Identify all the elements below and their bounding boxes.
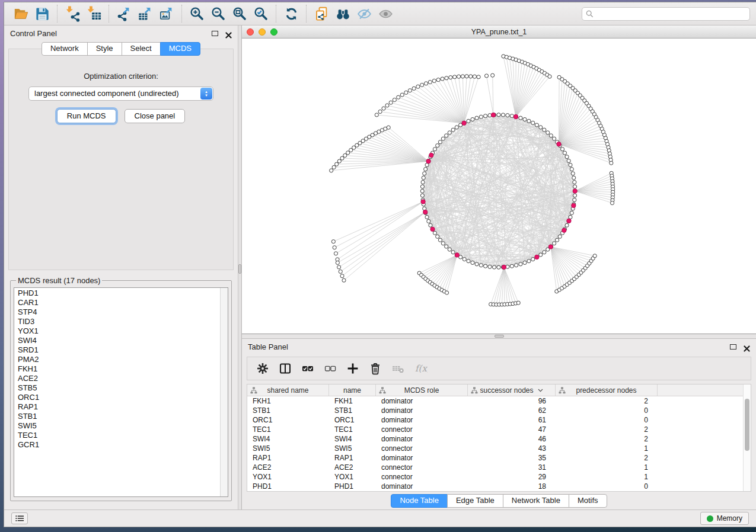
horizontal-splitter[interactable]: [242, 334, 756, 339]
table-cell[interactable]: 0: [556, 482, 658, 491]
mcds-result-item[interactable]: STB1: [18, 412, 220, 421]
toggle-visibility-button[interactable]: [353, 4, 375, 23]
table-cell[interactable]: 18: [468, 482, 556, 491]
table-cell[interactable]: SWI4: [247, 434, 329, 444]
table-cell[interactable]: dominator: [376, 434, 468, 444]
tab-style[interactable]: Style: [87, 42, 122, 56]
table-row[interactable]: ORC1ORC1dominator610: [247, 415, 743, 425]
table-cell[interactable]: 96: [468, 396, 556, 406]
table-cell[interactable]: STB1: [247, 406, 329, 415]
run-mcds-button[interactable]: Run MCDS: [57, 109, 116, 123]
table-cell[interactable]: PHD1: [329, 482, 376, 491]
close-panel-button[interactable]: Close panel: [125, 109, 186, 123]
mcds-result-item[interactable]: PHD1: [18, 289, 220, 298]
tab-mcds[interactable]: MCDS: [160, 42, 200, 56]
table-cell[interactable]: ORC1: [329, 415, 376, 425]
create-column-button[interactable]: [343, 360, 362, 377]
export-network-button[interactable]: [113, 4, 135, 23]
mcds-result-item[interactable]: TEC1: [18, 431, 220, 440]
table-cell[interactable]: ORC1: [247, 415, 329, 425]
optimization-criterion-select[interactable]: largest connected component (undirected)…: [28, 86, 213, 101]
table-cell[interactable]: connector: [376, 463, 468, 472]
open-file-button[interactable]: [10, 4, 31, 23]
clone-network-button[interactable]: [311, 4, 332, 23]
table-cell[interactable]: SWI5: [329, 444, 376, 453]
mcds-result-item[interactable]: FKH1: [18, 364, 220, 374]
float-panel-icon[interactable]: [212, 31, 218, 36]
table-scrollbar-thumb[interactable]: [745, 399, 749, 451]
table-cell[interactable]: TEC1: [247, 425, 329, 434]
table-cell[interactable]: 29: [468, 472, 556, 482]
zoom-out-button[interactable]: [208, 4, 229, 23]
table-row[interactable]: STB1STB1dominator620: [247, 406, 743, 415]
search-input[interactable]: [596, 9, 746, 18]
memory-button[interactable]: Memory: [700, 512, 749, 525]
table-cell[interactable]: connector: [376, 472, 468, 482]
select-all-rows-button[interactable]: [298, 360, 317, 377]
result-list-scrollbar[interactable]: [220, 288, 228, 496]
table-cell[interactable]: connector: [376, 425, 468, 434]
import-network-button[interactable]: [62, 4, 83, 23]
vertical-splitter-handle[interactable]: [238, 264, 241, 274]
table-cell[interactable]: connector: [376, 444, 468, 453]
table-cell[interactable]: 2: [556, 425, 658, 434]
column-header-predecessor-nodes[interactable]: predecessor nodes: [556, 384, 658, 396]
table-cell[interactable]: FKH1: [329, 396, 376, 406]
show-columns-button[interactable]: [276, 360, 295, 377]
tab-network-table[interactable]: Network Table: [503, 494, 569, 508]
close-panel-icon[interactable]: [225, 30, 232, 37]
export-table-button[interactable]: [135, 4, 156, 23]
table-cell[interactable]: 2: [556, 396, 658, 406]
close-table-panel-icon[interactable]: [744, 344, 750, 350]
vertical-splitter[interactable]: [238, 25, 242, 509]
table-cell[interactable]: 62: [468, 406, 556, 415]
deselect-all-rows-button[interactable]: [321, 360, 340, 377]
column-header-name[interactable]: name: [329, 384, 376, 396]
table-cell[interactable]: SWI5: [247, 444, 329, 453]
table-cell[interactable]: dominator: [376, 396, 468, 406]
column-header-successor-nodes[interactable]: successor nodes: [468, 384, 556, 396]
task-history-button[interactable]: [11, 512, 28, 524]
mcds-result-item[interactable]: STP4: [18, 307, 220, 317]
table-row[interactable]: SWI5SWI5connector431: [247, 444, 743, 453]
zoom-fit-button[interactable]: [229, 4, 250, 23]
table-cell[interactable]: RAP1: [247, 453, 329, 463]
import-table-button[interactable]: [83, 4, 104, 23]
tab-edge-table[interactable]: Edge Table: [447, 494, 503, 508]
table-cell[interactable]: 1: [556, 463, 658, 472]
mcds-result-item[interactable]: STB5: [18, 383, 220, 393]
export-image-button[interactable]: [156, 4, 177, 23]
table-cell[interactable]: 61: [468, 415, 556, 425]
delete-rows-button[interactable]: [366, 360, 385, 377]
table-row[interactable]: SWI4SWI4dominator462: [247, 434, 743, 444]
table-cell[interactable]: dominator: [376, 453, 468, 463]
mcds-result-item[interactable]: ORC1: [18, 393, 220, 402]
settings-button[interactable]: [253, 360, 272, 377]
table-row[interactable]: YOX1YOX1connector291: [247, 472, 743, 482]
table-cell[interactable]: TEC1: [329, 425, 376, 434]
table-cell[interactable]: YOX1: [329, 472, 376, 482]
mcds-result-item[interactable]: CAR1: [18, 298, 220, 307]
column-header-MCDS-role[interactable]: MCDS role: [376, 384, 468, 396]
table-cell[interactable]: 43: [468, 444, 556, 453]
mcds-result-item[interactable]: ACE2: [18, 374, 220, 383]
table-cell[interactable]: ACE2: [247, 463, 329, 472]
float-table-panel-icon[interactable]: [730, 344, 736, 350]
save-session-button[interactable]: [31, 4, 53, 23]
table-cell[interactable]: SWI4: [329, 434, 376, 444]
table-cell[interactable]: ACE2: [329, 463, 376, 472]
search-binoculars-button[interactable]: [332, 4, 353, 23]
table-cell[interactable]: dominator: [376, 406, 468, 415]
table-cell[interactable]: 31: [468, 463, 556, 472]
mcds-result-item[interactable]: SRD1: [18, 345, 220, 355]
table-cell[interactable]: 47: [468, 425, 556, 434]
tab-select[interactable]: Select: [122, 42, 161, 56]
table-cell[interactable]: STB1: [329, 406, 376, 415]
table-cell[interactable]: 1: [556, 444, 658, 453]
table-cell[interactable]: FKH1: [247, 396, 329, 406]
mcds-result-item[interactable]: YOX1: [18, 326, 220, 336]
tab-motifs[interactable]: Motifs: [569, 494, 607, 508]
table-cell[interactable]: 2: [556, 453, 658, 463]
table-cell[interactable]: 0: [556, 406, 658, 415]
zoom-in-button[interactable]: [186, 4, 208, 23]
